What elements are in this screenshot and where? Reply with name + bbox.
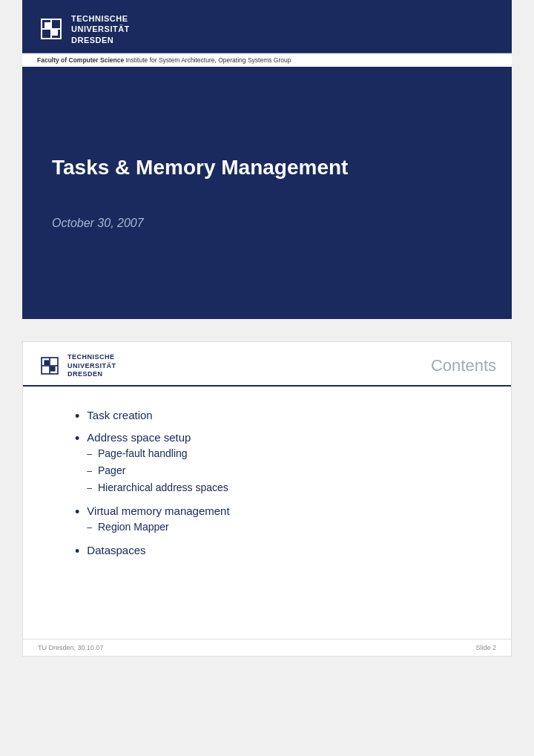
slide1-logo-text: TECHNISCHE UNIVERSITÄT DRESDEN	[71, 13, 130, 45]
list-item: • Dataspaces	[75, 544, 474, 560]
slide1-faculty: Faculty of Computer Science Institute fo…	[22, 53, 512, 67]
slide2-section-title: Contents	[431, 356, 496, 375]
footer-left: TU Dresden, 30.10.07	[38, 644, 104, 651]
sub-list-item-label: Region Mapper	[98, 521, 169, 533]
sub-bullet-icon: –	[87, 481, 92, 495]
svg-rect-10	[44, 361, 49, 366]
svg-rect-11	[50, 367, 56, 372]
slide2-footer: TU Dresden, 30.10.07 Slide 2	[23, 639, 511, 656]
sub-bullet-icon: –	[87, 521, 92, 534]
list-item-label: Task creation	[87, 409, 152, 421]
slide1-title: Tasks & Memory Management	[52, 156, 482, 180]
bullet-icon: •	[75, 504, 79, 521]
sub-bullet-icon: –	[87, 447, 92, 461]
slide1-header: TECHNISCHE UNIVERSITÄT DRESDEN	[22, 0, 512, 53]
list-item: – Region Mapper	[87, 521, 229, 534]
sub-list-item-label: Hierarchical address spaces	[98, 481, 228, 493]
slide1-body: Tasks & Memory Management October 30, 20…	[22, 67, 512, 319]
list-item: – Hierarchical address spaces	[87, 481, 228, 495]
sub-list-item-label: Page-fault handling	[98, 447, 188, 459]
list-item: – Page-fault handling	[87, 447, 228, 461]
bullet-icon: •	[75, 431, 79, 447]
list-item-label: Dataspaces	[87, 544, 145, 556]
sub-list-item-label: Pager	[98, 464, 125, 476]
bullet-icon: •	[75, 409, 79, 425]
svg-rect-5	[52, 30, 58, 36]
slide2-header: TECHNISCHE UNIVERSITÄT DRESDEN Contents	[23, 342, 511, 387]
bullet-icon: •	[75, 544, 79, 560]
footer-right: Slide 2	[475, 644, 496, 651]
sub-list: – Region Mapper	[87, 521, 229, 534]
list-item-label: Address space setup	[87, 431, 191, 444]
sub-list: – Page-fault handling – Pager – Hierarch…	[87, 447, 228, 495]
slide1-date: October 30, 2007	[52, 217, 482, 230]
tud-logo-icon-small	[38, 354, 62, 378]
slide2-logo-text: TECHNISCHE UNIVERSITÄT DRESDEN	[67, 353, 116, 379]
list-item: • Address space setup – Page-fault handl…	[75, 431, 474, 499]
tud-logo-icon	[37, 15, 65, 43]
slide2-body: • Task creation • Address space setup – …	[23, 387, 511, 639]
contents-list: • Task creation • Address space setup – …	[75, 409, 474, 559]
list-item-label: Virtual memory management	[87, 504, 229, 517]
slide1-logo-area: TECHNISCHE UNIVERSITÄT DRESDEN	[37, 13, 497, 45]
list-item: • Virtual memory management – Region Map…	[75, 504, 474, 538]
slide-2: TECHNISCHE UNIVERSITÄT DRESDEN Contents …	[22, 341, 512, 657]
list-item: • Task creation	[75, 409, 474, 425]
list-item: – Pager	[87, 464, 228, 478]
slide-1: TECHNISCHE UNIVERSITÄT DRESDEN Faculty o…	[22, 0, 512, 319]
slide2-logo-area: TECHNISCHE UNIVERSITÄT DRESDEN	[38, 353, 116, 379]
sub-bullet-icon: –	[87, 464, 92, 478]
svg-rect-4	[44, 22, 50, 28]
